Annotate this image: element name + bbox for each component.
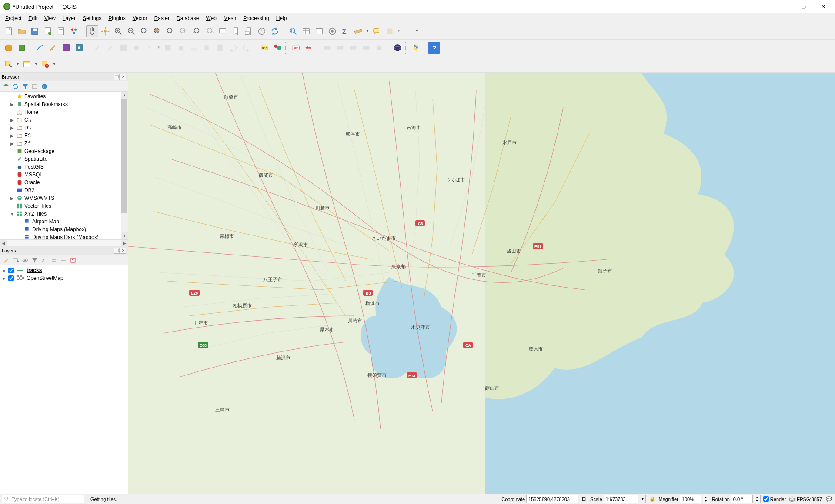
layer-visibility-checkbox[interactable] bbox=[8, 268, 14, 273]
browser-item-postgis[interactable]: PostGIS bbox=[0, 163, 128, 171]
pan-to-selection-button[interactable] bbox=[99, 25, 111, 37]
magnifier-spinner[interactable]: ▲▼ bbox=[703, 495, 709, 503]
text-annotation-button[interactable]: T bbox=[402, 25, 414, 37]
layers-close-button[interactable]: ✕ bbox=[120, 248, 126, 254]
browser-item-spatial-bookmarks[interactable]: ▶Spatial Bookmarks bbox=[0, 100, 128, 108]
show-bookmarks-button[interactable] bbox=[243, 25, 255, 37]
select-dropdown[interactable]: ▼ bbox=[397, 29, 401, 33]
diagram-button[interactable] bbox=[271, 42, 284, 54]
open-project-button[interactable] bbox=[16, 25, 28, 37]
annotation-dropdown[interactable]: ▼ bbox=[415, 29, 419, 33]
select-by-value-button[interactable] bbox=[21, 58, 33, 70]
menu-vector[interactable]: Vector bbox=[129, 14, 151, 23]
browser-item-e-[interactable]: ▶E:\ bbox=[0, 132, 128, 139]
layers-undock-button[interactable]: ❐ bbox=[114, 248, 120, 254]
new-map-view-button[interactable] bbox=[217, 25, 229, 37]
new-vector-layer-button[interactable] bbox=[34, 42, 46, 54]
identify-button[interactable]: i bbox=[287, 25, 299, 37]
coordinate-input[interactable] bbox=[526, 495, 578, 503]
browser-item-wms-wmts[interactable]: ▶WMS/WMTS bbox=[0, 194, 128, 202]
label-pin-button[interactable]: abc bbox=[303, 42, 315, 54]
select-by-rect-button[interactable] bbox=[3, 58, 15, 70]
zoom-native-button[interactable]: 1:1 bbox=[177, 25, 190, 37]
browser-add-layer-button[interactable] bbox=[2, 82, 10, 91]
browser-properties-button[interactable]: i bbox=[40, 82, 49, 91]
scale-input[interactable] bbox=[604, 495, 638, 503]
zoom-out-button[interactable] bbox=[125, 25, 137, 37]
menu-settings[interactable]: Settings bbox=[79, 14, 105, 23]
menu-processing[interactable]: Processing bbox=[240, 14, 272, 23]
layer-openstreetmap[interactable]: ▸OpenStreetMap bbox=[0, 274, 128, 282]
browser-refresh-button[interactable] bbox=[11, 82, 20, 91]
browser-item-driving-maps-dark-mapbox-[interactable]: Driving Maps Dark (Mapbox) bbox=[0, 233, 128, 239]
pan-button[interactable] bbox=[86, 25, 98, 37]
browser-item-home[interactable]: Home bbox=[0, 108, 128, 116]
statistics-button[interactable]: Σ bbox=[339, 25, 351, 37]
magnifier-input[interactable] bbox=[680, 495, 701, 503]
menu-plugins[interactable]: Plugins bbox=[105, 14, 129, 23]
measure-button[interactable] bbox=[352, 25, 364, 37]
layers-remove-button[interactable] bbox=[69, 256, 77, 265]
help-button[interactable]: ? bbox=[428, 42, 440, 54]
layers-filter-button[interactable] bbox=[30, 256, 39, 265]
browser-item-mssql[interactable]: MSSQL bbox=[0, 171, 128, 179]
browser-item-z-[interactable]: ▶Z:\ bbox=[0, 139, 128, 147]
crs-button[interactable]: EPSG:3857 bbox=[788, 496, 822, 503]
layers-style-button[interactable] bbox=[2, 256, 10, 265]
zoom-in-button[interactable] bbox=[112, 25, 124, 37]
layers-add-group-button[interactable]: + bbox=[11, 256, 20, 265]
browser-item-airport-map[interactable]: Airport Map bbox=[0, 218, 128, 225]
temporal-controller-button[interactable] bbox=[256, 25, 268, 37]
browser-tree[interactable]: ▲▼ Favorites▶Spatial BookmarksHome▶C:\▶D… bbox=[0, 92, 128, 239]
browser-item-favorites[interactable]: Favorites bbox=[0, 93, 128, 100]
menu-database[interactable]: Database bbox=[173, 14, 202, 23]
label-layer-button[interactable]: abc bbox=[258, 42, 271, 54]
browser-filter-button[interactable] bbox=[21, 82, 30, 91]
toggle-editing-button[interactable] bbox=[47, 42, 59, 54]
select-by-value-dropdown[interactable]: ▼ bbox=[34, 62, 38, 66]
browser-item-driving-maps-mapbox-[interactable]: Driving Maps (Mapbox) bbox=[0, 225, 128, 233]
zoom-next-button[interactable] bbox=[204, 25, 216, 37]
deselect-all-button[interactable] bbox=[39, 58, 51, 70]
menu-project[interactable]: Project bbox=[2, 14, 25, 23]
menu-mesh[interactable]: Mesh bbox=[220, 14, 240, 23]
render-checkbox[interactable]: Render bbox=[763, 495, 786, 503]
zoom-to-selection-button[interactable] bbox=[151, 25, 164, 37]
style-manager-button[interactable] bbox=[68, 25, 80, 37]
new-geopackage-button[interactable] bbox=[16, 42, 28, 54]
label-highlight-button[interactable]: abc bbox=[290, 42, 302, 54]
new-spatial-bookmark-button[interactable] bbox=[230, 25, 242, 37]
field-calculator-button[interactable]: = bbox=[313, 25, 325, 37]
refresh-button[interactable] bbox=[269, 25, 281, 37]
browser-collapse-button[interactable] bbox=[30, 82, 39, 91]
metasearch-button[interactable] bbox=[391, 42, 404, 54]
menu-view[interactable]: View bbox=[41, 14, 59, 23]
select-features-button[interactable] bbox=[384, 25, 396, 37]
new-print-layout-button[interactable] bbox=[42, 25, 54, 37]
menu-help[interactable]: Help bbox=[273, 14, 291, 23]
browser-item-geopackage[interactable]: GeoPackage bbox=[0, 147, 128, 155]
layers-expression-button[interactable]: ε bbox=[40, 256, 49, 265]
layers-visibility-button[interactable] bbox=[21, 256, 30, 265]
zoom-to-layer-button[interactable] bbox=[164, 25, 177, 37]
browser-hscroll[interactable]: ◀▶ bbox=[0, 239, 128, 246]
browser-vscroll[interactable]: ▲▼ bbox=[121, 92, 128, 239]
show-layout-manager-button[interactable] bbox=[55, 25, 67, 37]
maptips-button[interactable] bbox=[371, 25, 383, 37]
map-canvas[interactable]: 東京都 千葉市 横浜市 川崎市 さいたま市 川越市 所沢市 つくば市 成田市 木… bbox=[128, 73, 835, 494]
maximize-button[interactable]: ▢ bbox=[793, 0, 813, 13]
data-source-manager-button[interactable] bbox=[3, 42, 15, 54]
deselect-dropdown[interactable]: ▼ bbox=[52, 62, 57, 66]
toolbox-button[interactable] bbox=[326, 25, 338, 37]
browser-item-vector-tiles[interactable]: Vector Tiles bbox=[0, 202, 128, 210]
save-project-button[interactable] bbox=[29, 25, 41, 37]
zoom-full-button[interactable] bbox=[138, 25, 150, 37]
scale-dropdown[interactable]: ▼ bbox=[640, 495, 646, 503]
layer-tracks[interactable]: ▸tracks bbox=[0, 266, 128, 274]
browser-item-oracle[interactable]: Oracle bbox=[0, 179, 128, 186]
toggle-extents-icon[interactable]: ⊞ bbox=[580, 496, 588, 502]
minimize-button[interactable]: — bbox=[773, 0, 793, 13]
menu-web[interactable]: Web bbox=[202, 14, 220, 23]
layer-properties-button[interactable] bbox=[73, 42, 85, 54]
layer-visibility-checkbox[interactable] bbox=[8, 275, 14, 281]
